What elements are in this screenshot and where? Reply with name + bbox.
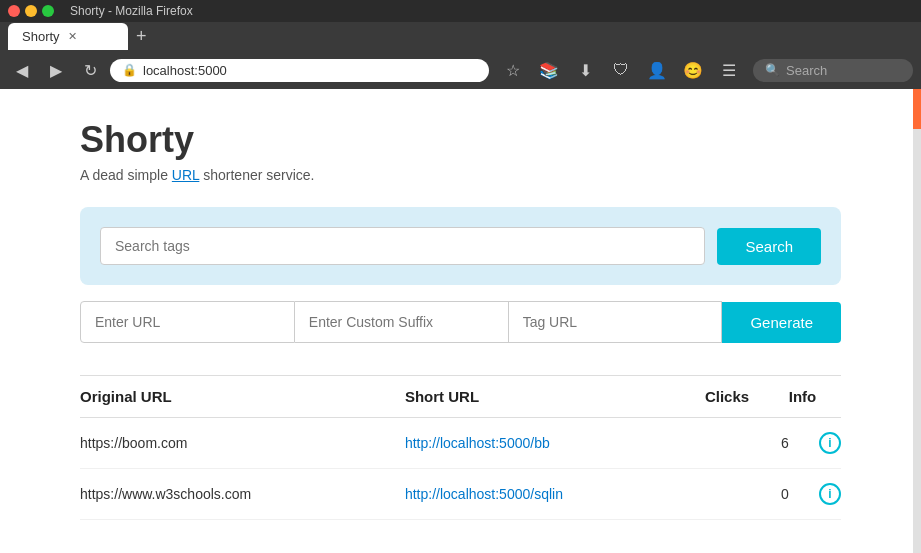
url-input[interactable] (80, 301, 295, 343)
url-table: Original URL Short URL Clicks Info https… (80, 375, 841, 520)
app-title: Shorty (80, 119, 841, 161)
url-text: localhost:5000 (143, 63, 227, 78)
td-info-1: i (789, 469, 841, 520)
th-original: Original URL (80, 376, 405, 418)
subtitle-before: A dead simple (80, 167, 172, 183)
menu-icon[interactable]: ☰ (715, 56, 743, 84)
app-subtitle: A dead simple URL shortener service. (80, 167, 841, 183)
maximize-window-button[interactable] (42, 5, 54, 17)
td-original-0: https://boom.com (80, 418, 405, 469)
subtitle-after: shortener service. (199, 167, 314, 183)
back-icon: ◀ (16, 61, 28, 80)
browser-chrome: Shorty - Mozilla Firefox Shorty ✕ + ◀ ▶ … (0, 0, 921, 89)
forward-button[interactable]: ▶ (42, 56, 70, 84)
forward-icon: ▶ (50, 61, 62, 80)
custom-suffix-input[interactable] (295, 301, 509, 343)
shield-icon[interactable]: 🛡 (607, 56, 635, 84)
page-content: Shorty A dead simple URL shortener servi… (0, 89, 921, 553)
close-window-button[interactable] (8, 5, 20, 17)
library-icon[interactable]: 📚 (535, 56, 563, 84)
download-icon[interactable]: ⬇ (571, 56, 599, 84)
td-clicks-1: 0 (705, 469, 789, 520)
minimize-window-button[interactable] (25, 5, 37, 17)
bookmark-icon[interactable]: ☆ (499, 56, 527, 84)
search-button[interactable]: Search (717, 228, 821, 265)
table-row: https://www.w3schools.com http://localho… (80, 469, 841, 520)
td-short-1: http://localhost:5000/sqlin (405, 469, 705, 520)
tag-url-input[interactable] (509, 301, 723, 343)
address-bar: ◀ ▶ ↻ 🔒 localhost:5000 ☆ 📚 ⬇ 🛡 👤 😊 ☰ 🔍 S… (0, 51, 921, 89)
title-bar: Shorty - Mozilla Firefox (0, 0, 921, 22)
search-panel: Search (80, 207, 841, 285)
new-tab-button[interactable]: + (128, 22, 155, 51)
url-inputs-row: Generate (80, 301, 841, 343)
th-info: Info (789, 376, 841, 418)
short-url-link-1[interactable]: http://localhost:5000/sqlin (405, 486, 563, 502)
tab-bar: Shorty ✕ + (0, 22, 921, 51)
browser-content-wrapper: Shorty A dead simple URL shortener servi… (0, 89, 921, 553)
search-mag-icon: 🔍 (765, 63, 780, 77)
back-button[interactable]: ◀ (8, 56, 36, 84)
browser-search-box[interactable]: 🔍 Search (753, 59, 913, 82)
url-bar[interactable]: 🔒 localhost:5000 (110, 59, 489, 82)
info-icon-1[interactable]: i (819, 483, 841, 505)
active-tab[interactable]: Shorty ✕ (8, 23, 128, 50)
short-url-link-0[interactable]: http://localhost:5000/bb (405, 435, 550, 451)
tab-close-icon[interactable]: ✕ (68, 30, 77, 43)
refresh-button[interactable]: ↻ (76, 56, 104, 84)
scrollbar-track[interactable] (913, 89, 921, 553)
lock-icon: 🔒 (122, 63, 137, 77)
window-controls (8, 5, 54, 17)
th-short: Short URL (405, 376, 705, 418)
account-icon[interactable]: 👤 (643, 56, 671, 84)
toolbar-icons: ☆ 📚 ⬇ 🛡 👤 😊 ☰ (495, 56, 747, 84)
browser-search-placeholder: Search (786, 63, 827, 78)
search-tags-input[interactable] (100, 227, 705, 265)
generate-button[interactable]: Generate (722, 302, 841, 343)
table-row: https://boom.com http://localhost:5000/b… (80, 418, 841, 469)
td-short-0: http://localhost:5000/bb (405, 418, 705, 469)
emoji-icon[interactable]: 😊 (679, 56, 707, 84)
td-info-0: i (789, 418, 841, 469)
table-header: Original URL Short URL Clicks Info (80, 376, 841, 418)
tab-label: Shorty (22, 29, 60, 44)
scrollbar-thumb[interactable] (913, 89, 921, 129)
subtitle-url-link[interactable]: URL (172, 167, 200, 183)
td-clicks-0: 6 (705, 418, 789, 469)
window-title: Shorty - Mozilla Firefox (70, 4, 193, 18)
info-icon-0[interactable]: i (819, 432, 841, 454)
th-clicks: Clicks (705, 376, 789, 418)
refresh-icon: ↻ (84, 61, 97, 80)
td-original-1: https://www.w3schools.com (80, 469, 405, 520)
